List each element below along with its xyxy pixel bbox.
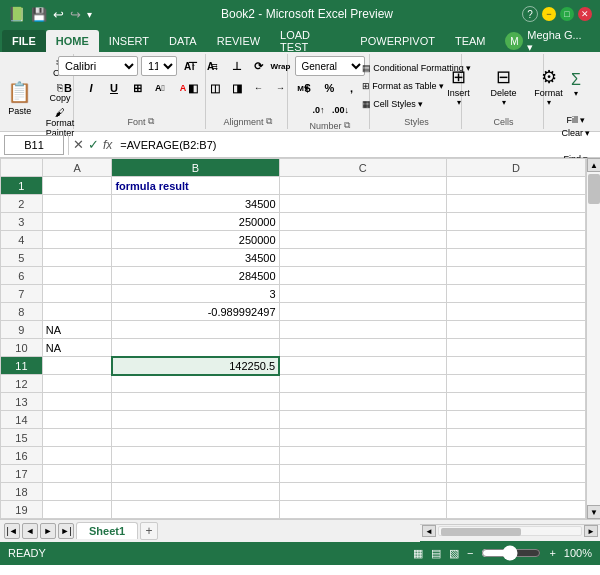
col-header-B[interactable]: B [112, 159, 279, 177]
cell-B17[interactable] [112, 465, 279, 483]
view-normal-icon[interactable]: ▦ [413, 547, 423, 560]
cell-A1[interactable] [42, 177, 112, 195]
decrease-decimal-button[interactable]: .00↓ [331, 100, 351, 120]
cell-A4[interactable] [42, 231, 112, 249]
vertical-scrollbar[interactable]: ▲ ▼ [586, 158, 600, 519]
tab-file[interactable]: FILE [2, 30, 46, 52]
cell-D13[interactable] [446, 393, 585, 411]
cell-C15[interactable] [279, 429, 446, 447]
indent-decrease-button[interactable]: ← [249, 78, 269, 98]
cell-A19[interactable] [42, 501, 112, 519]
cell-C3[interactable] [279, 213, 446, 231]
tab-nav-prev[interactable]: ◄ [22, 523, 38, 539]
cell-C17[interactable] [279, 465, 446, 483]
tab-nav-next[interactable]: ► [40, 523, 56, 539]
tab-user[interactable]: M Megha G... ▾ [495, 30, 600, 52]
cell-D1[interactable] [446, 177, 585, 195]
cell-A2[interactable] [42, 195, 112, 213]
cell-D8[interactable] [446, 303, 585, 321]
cell-A7[interactable] [42, 285, 112, 303]
cell-B12[interactable] [112, 375, 279, 393]
paste-button[interactable]: 📋 Paste [0, 70, 40, 126]
hscroll-track[interactable] [438, 526, 582, 536]
tab-nav-last[interactable]: ►| [58, 523, 74, 539]
cell-A14[interactable] [42, 411, 112, 429]
cell-B14[interactable] [112, 411, 279, 429]
percent-button[interactable]: % [320, 78, 340, 98]
align-right-button[interactable]: ◨ [227, 78, 247, 98]
wrap-text-button[interactable]: Wrap [271, 56, 291, 76]
font-expand-icon[interactable]: ⧉ [148, 116, 154, 127]
align-center-button[interactable]: ◫ [205, 78, 225, 98]
cell-reference-box[interactable] [4, 135, 64, 155]
tab-review[interactable]: REVIEW [207, 30, 270, 52]
hscroll-thumb[interactable] [441, 528, 521, 536]
maximize-button[interactable]: □ [560, 7, 574, 21]
align-middle-button[interactable]: ≡ [205, 56, 225, 76]
help-icon[interactable]: ? [522, 6, 538, 22]
cell-D4[interactable] [446, 231, 585, 249]
cell-D14[interactable] [446, 411, 585, 429]
text-angle-button[interactable]: ⟳ [249, 56, 269, 76]
view-page-icon[interactable]: ▧ [449, 547, 459, 560]
cell-B2[interactable]: 34500 [112, 195, 279, 213]
close-button[interactable]: ✕ [578, 7, 592, 21]
cell-A11[interactable] [42, 357, 112, 375]
tab-insert[interactable]: INSERT [99, 30, 159, 52]
cell-A18[interactable] [42, 483, 112, 501]
cell-A16[interactable] [42, 447, 112, 465]
zoom-minus-button[interactable]: − [467, 547, 473, 559]
underline-button[interactable]: U [104, 78, 124, 98]
cell-A9[interactable]: NA [42, 321, 112, 339]
cell-B13[interactable] [112, 393, 279, 411]
cell-B6[interactable]: 284500 [112, 267, 279, 285]
col-header-D[interactable]: D [446, 159, 585, 177]
zoom-slider[interactable] [481, 545, 541, 561]
number-expand-icon[interactable]: ⧉ [344, 120, 350, 131]
font-size-select[interactable]: 11 [141, 56, 177, 76]
cell-A5[interactable] [42, 249, 112, 267]
cell-C8[interactable] [279, 303, 446, 321]
cell-A8[interactable] [42, 303, 112, 321]
cell-A10[interactable]: NA [42, 339, 112, 357]
bold-button[interactable]: B [58, 78, 78, 98]
cell-B3[interactable]: 250000 [112, 213, 279, 231]
undo-icon[interactable]: ↩ [53, 7, 64, 22]
scroll-left-button[interactable]: ◄ [422, 525, 436, 537]
number-format-select[interactable]: General [295, 56, 365, 76]
indent-increase-button[interactable]: → [271, 78, 291, 98]
cell-C14[interactable] [279, 411, 446, 429]
cell-D15[interactable] [446, 429, 585, 447]
horizontal-scrollbar[interactable]: ◄ ► [420, 524, 600, 538]
sheet-tab-sheet1[interactable]: Sheet1 [76, 522, 138, 539]
cell-B16[interactable] [112, 447, 279, 465]
cell-C18[interactable] [279, 483, 446, 501]
cell-D5[interactable] [446, 249, 585, 267]
col-header-C[interactable]: C [279, 159, 446, 177]
align-bottom-button[interactable]: ⊥ [227, 56, 247, 76]
cell-C1[interactable] [279, 177, 446, 195]
formula-input[interactable] [116, 138, 596, 152]
cell-C6[interactable] [279, 267, 446, 285]
cell-D12[interactable] [446, 375, 585, 393]
view-layout-icon[interactable]: ▤ [431, 547, 441, 560]
cell-C9[interactable] [279, 321, 446, 339]
tab-home[interactable]: HOME [46, 30, 99, 52]
cell-D10[interactable] [446, 339, 585, 357]
col-header-A[interactable]: A [42, 159, 112, 177]
delete-cells-button[interactable]: ⊟ Delete ▾ [483, 59, 525, 115]
quick-save-icon[interactable]: 💾 [31, 7, 47, 22]
cell-C10[interactable] [279, 339, 446, 357]
cell-A3[interactable] [42, 213, 112, 231]
cell-B19[interactable] [112, 501, 279, 519]
cell-D17[interactable] [446, 465, 585, 483]
cell-D2[interactable] [446, 195, 585, 213]
redo-icon[interactable]: ↪ [70, 7, 81, 22]
cell-A13[interactable] [42, 393, 112, 411]
cell-B4[interactable]: 250000 [112, 231, 279, 249]
cell-B11[interactable]: 142250.5 [112, 357, 279, 375]
cell-C16[interactable] [279, 447, 446, 465]
tab-data[interactable]: DATA [159, 30, 207, 52]
cell-C11[interactable] [279, 357, 446, 375]
cell-B1[interactable]: formula result [112, 177, 279, 195]
